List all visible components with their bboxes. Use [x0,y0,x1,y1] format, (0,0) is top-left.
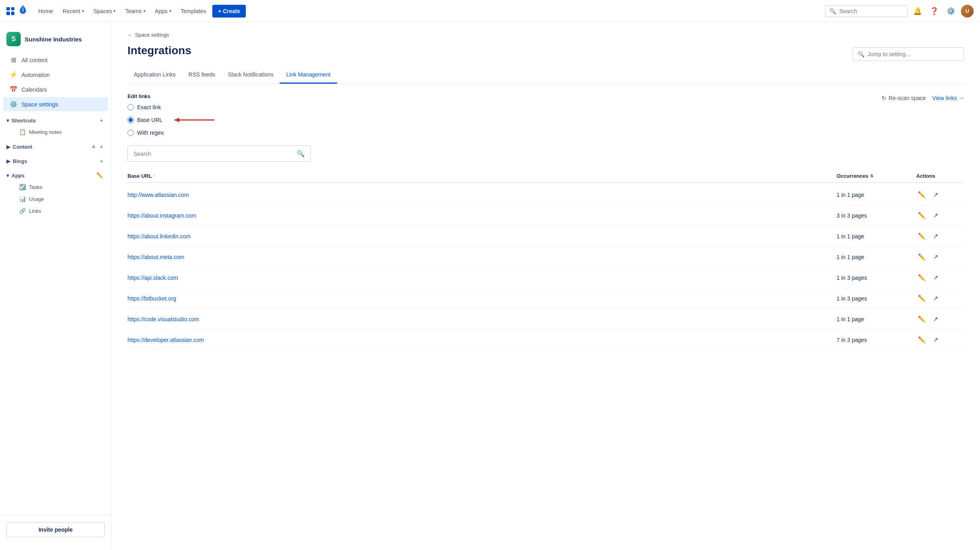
apps-collapse-btn[interactable]: ▾ Apps [6,173,25,179]
tab-link-management[interactable]: Link Management [280,67,337,84]
radio-with-regex-input[interactable] [127,130,134,136]
url-link-1[interactable]: https://about.instagram.com [127,212,196,219]
link-search-button[interactable]: 🔍 [297,150,305,157]
external-link-icon-5[interactable]: ↗ [931,293,940,304]
tab-application-links[interactable]: Application Links [127,67,182,84]
external-link-icon-1[interactable]: ↗ [931,210,940,221]
sidebar-item-tasks[interactable]: ☑️ Tasks [3,181,108,192]
sidebar-item-links[interactable]: 🔗 Links [3,205,108,216]
nav-apps[interactable]: Apps ▾ [152,6,174,16]
link-search-input[interactable] [133,151,293,157]
notifications-button[interactable]: 🔔 [911,4,924,18]
nav-spaces[interactable]: Spaces ▾ [90,6,119,16]
main-content: ← Space settings Integrations 🔍 Applicat… [112,22,980,550]
content-add-button[interactable]: + [98,143,105,151]
url-link-4[interactable]: https://api.slack.com [127,275,178,281]
edit-icon-0[interactable]: ✏️ [916,189,927,200]
url-link-6[interactable]: https://code.visualstudio.com [127,316,199,322]
top-navigation: Home Recent ▾ Spaces ▾ Teams ▾ Apps ▾ Te… [0,0,980,22]
edit-icon-1[interactable]: ✏️ [916,210,927,221]
tab-rss-feeds[interactable]: RSS feeds [182,67,221,84]
sidebar-item-space-settings[interactable]: ⚙️ Space settings [3,97,108,111]
url-link-2[interactable]: https://about.linkedin.com [127,233,191,240]
view-links-arrow-icon: → [958,95,964,101]
radio-exact-link[interactable]: Exact link [127,104,218,110]
table-header: Base URL ↑ Occurrences ⇅ Actions [127,170,964,183]
url-link-7[interactable]: https://developer.atlassian.com [127,337,204,343]
apps-chevron-icon: ▾ [6,173,9,179]
external-link-icon-3[interactable]: ↗ [931,251,940,262]
url-cell-3: https://about.meta.com [127,254,837,260]
shortcuts-chevron-icon: ▾ [6,118,9,124]
edit-icon-2[interactable]: ✏️ [916,231,927,242]
url-link-5[interactable]: https://bitbucket.org [127,295,176,302]
radio-group: Exact link Base URL [127,104,218,136]
links-icon: 🔗 [19,208,26,214]
external-link-icon-2[interactable]: ↗ [931,231,940,242]
edit-icon-7[interactable]: ✏️ [916,334,927,345]
url-cell-7: https://developer.atlassian.com [127,337,837,343]
nav-recent[interactable]: Recent ▾ [59,6,87,16]
radio-with-regex[interactable]: With regex [127,130,218,136]
external-link-icon-4[interactable]: ↗ [931,272,940,283]
space-name: Sunshine Industries [25,36,82,43]
sidebar-item-calendars[interactable]: 📅 Calendars [3,82,108,96]
help-button[interactable]: ❓ [927,4,941,18]
edit-icon-5[interactable]: ✏️ [916,293,927,304]
global-search[interactable]: 🔍 [825,5,907,17]
jump-to-setting-search[interactable]: 🔍 [853,47,964,61]
nav-home[interactable]: Home [35,6,56,16]
blogs-collapse-btn[interactable]: ▶ Blogs [6,158,27,164]
url-cell-4: https://api.slack.com [127,275,837,281]
jump-to-input[interactable] [868,51,947,57]
tab-slack-notifications[interactable]: Slack Notifications [221,67,280,84]
blogs-add-button[interactable]: + [98,157,105,165]
url-link-0[interactable]: http://www.atlassian.com [127,192,189,198]
tasks-label: Tasks [29,184,42,190]
edit-icon-6[interactable]: ✏️ [916,314,927,324]
search-input[interactable] [839,8,903,14]
settings-button[interactable]: ⚙️ [944,4,958,18]
url-cell-2: https://about.linkedin.com [127,233,837,240]
content-chevron-icon: ▶ [6,144,10,150]
external-link-icon-7[interactable]: ↗ [931,334,940,345]
url-cell-0: http://www.atlassian.com [127,192,837,198]
exact-link-label: Exact link [137,104,161,110]
nav-templates[interactable]: Templates [178,6,210,16]
sidebar-item-meeting-notes[interactable]: 📋 Meeting notes [3,126,108,138]
all-content-icon: ⊞ [10,56,18,64]
avatar[interactable]: U [961,5,974,18]
calendars-label: Calendars [22,86,47,93]
edit-links-label: Edit links [127,93,218,99]
content-collapse-btn[interactable]: ▶ Content [6,144,32,150]
sidebar-item-automation[interactable]: ⚡ Automation [3,68,108,82]
edit-icon-3[interactable]: ✏️ [916,251,927,262]
invite-people-button[interactable]: Invite people [6,522,105,537]
shortcuts-add-button[interactable]: + [98,116,105,124]
url-link-3[interactable]: https://about.meta.com [127,254,184,260]
sidebar-item-usage[interactable]: 📊 Usage [3,193,108,204]
all-content-label: All content [22,57,47,63]
occurrences-cell-3: 1 in 1 page [837,254,916,260]
external-link-icon-6[interactable]: ↗ [931,314,940,324]
external-link-icon-0[interactable]: ↗ [931,189,940,200]
rescan-space-button[interactable]: ↻ Re-scan space [882,95,926,101]
radio-exact-link-input[interactable] [127,104,134,110]
sidebar-item-all-content[interactable]: ⊞ All content [3,53,108,67]
apps-edit-button[interactable]: ✏️ [95,171,105,179]
radio-base-url[interactable]: Base URL [127,117,163,123]
create-button[interactable]: + Create [212,5,246,18]
nav-teams[interactable]: Teams ▾ [122,6,148,16]
content-menu-button[interactable]: ≡ [90,143,97,151]
view-links-button[interactable]: View links → [932,95,964,101]
content-section-header: ▶ Content ≡ + [0,139,111,152]
grid-icon[interactable] [6,7,14,15]
edit-icon-4[interactable]: ✏️ [916,272,927,283]
search-icon: 🔍 [829,8,836,14]
radio-base-url-input[interactable] [127,117,134,123]
link-search-bar[interactable]: 🔍 [127,145,311,162]
shortcuts-collapse-btn[interactable]: ▾ Shortcuts [6,118,36,124]
breadcrumb-link[interactable]: Space settings [135,32,169,38]
brand-logo[interactable] [18,4,29,18]
page-title: Integrations [127,44,853,57]
